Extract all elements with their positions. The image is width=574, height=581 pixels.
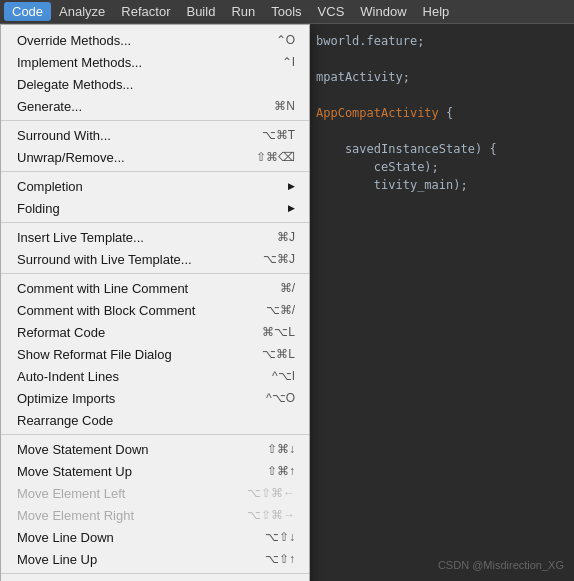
- menu-move-statement-down[interactable]: Move Statement Down ⇧⌘↓: [1, 438, 309, 460]
- menu-show-reformat-dialog[interactable]: Show Reformat File Dialog ⌥⌘L: [1, 343, 309, 365]
- menu-comment-block[interactable]: Comment with Block Comment ⌥⌘/: [1, 299, 309, 321]
- editor-line: [316, 122, 568, 140]
- menu-rearrange-code[interactable]: Rearrange Code: [1, 409, 309, 431]
- editor-area: bworld.feature; mpatActivity; AppCompatA…: [310, 24, 574, 581]
- separator-1: [1, 120, 309, 121]
- menu-move-element-right: Move Element Right ⌥⇧⌘→: [1, 504, 309, 526]
- menubar-vcs[interactable]: VCS: [310, 2, 353, 21]
- menubar-window[interactable]: Window: [352, 2, 414, 21]
- menu-move-line-up[interactable]: Move Line Up ⌥⇧↑: [1, 548, 309, 570]
- menu-implement-methods[interactable]: Implement Methods... ⌃I: [1, 51, 309, 73]
- editor-line: [316, 50, 568, 68]
- separator-6: [1, 573, 309, 574]
- menu-folding[interactable]: Folding: [1, 197, 309, 219]
- menu-move-statement-up[interactable]: Move Statement Up ⇧⌘↑: [1, 460, 309, 482]
- menu-update-copyright[interactable]: Update Copyright...: [1, 577, 309, 581]
- menu-override-methods[interactable]: Override Methods... ⌃O: [1, 29, 309, 51]
- editor-line: tivity_main);: [316, 176, 568, 194]
- menu-unwrap-remove[interactable]: Unwrap/Remove... ⇧⌘⌫: [1, 146, 309, 168]
- separator-4: [1, 273, 309, 274]
- menubar-tools[interactable]: Tools: [263, 2, 309, 21]
- editor-line: ceState);: [316, 158, 568, 176]
- menubar-run[interactable]: Run: [223, 2, 263, 21]
- menu-reformat-code[interactable]: Reformat Code ⌘⌥L: [1, 321, 309, 343]
- separator-3: [1, 222, 309, 223]
- menu-generate[interactable]: Generate... ⌘N: [1, 95, 309, 117]
- separator-5: [1, 434, 309, 435]
- menu-completion[interactable]: Completion: [1, 175, 309, 197]
- menu-comment-line[interactable]: Comment with Line Comment ⌘/: [1, 277, 309, 299]
- watermark: CSDN @Misdirection_XG: [438, 559, 564, 571]
- menu-insert-live-template[interactable]: Insert Live Template... ⌘J: [1, 226, 309, 248]
- menubar-help[interactable]: Help: [415, 2, 458, 21]
- menu-delegate-methods[interactable]: Delegate Methods...: [1, 73, 309, 95]
- menu-move-element-left: Move Element Left ⌥⇧⌘←: [1, 482, 309, 504]
- editor-line: bworld.feature;: [316, 32, 568, 50]
- menu-surround-with[interactable]: Surround With... ⌥⌘T: [1, 124, 309, 146]
- code-menu-dropdown: Override Methods... ⌃O Implement Methods…: [0, 24, 310, 581]
- editor-line: mpatActivity;: [316, 68, 568, 86]
- separator-2: [1, 171, 309, 172]
- menu-move-line-down[interactable]: Move Line Down ⌥⇧↓: [1, 526, 309, 548]
- menubar: Code Analyze Refactor Build Run Tools VC…: [0, 0, 574, 24]
- menubar-build[interactable]: Build: [178, 2, 223, 21]
- editor-line: AppCompatActivity {: [316, 104, 568, 122]
- menu-optimize-imports[interactable]: Optimize Imports ^⌥O: [1, 387, 309, 409]
- editor-line: savedInstanceState) {: [316, 140, 568, 158]
- menu-surround-live-template[interactable]: Surround with Live Template... ⌥⌘J: [1, 248, 309, 270]
- menubar-code[interactable]: Code: [4, 2, 51, 21]
- editor-line: [316, 86, 568, 104]
- menubar-refactor[interactable]: Refactor: [113, 2, 178, 21]
- menubar-analyze[interactable]: Analyze: [51, 2, 113, 21]
- menu-auto-indent[interactable]: Auto-Indent Lines ^⌥I: [1, 365, 309, 387]
